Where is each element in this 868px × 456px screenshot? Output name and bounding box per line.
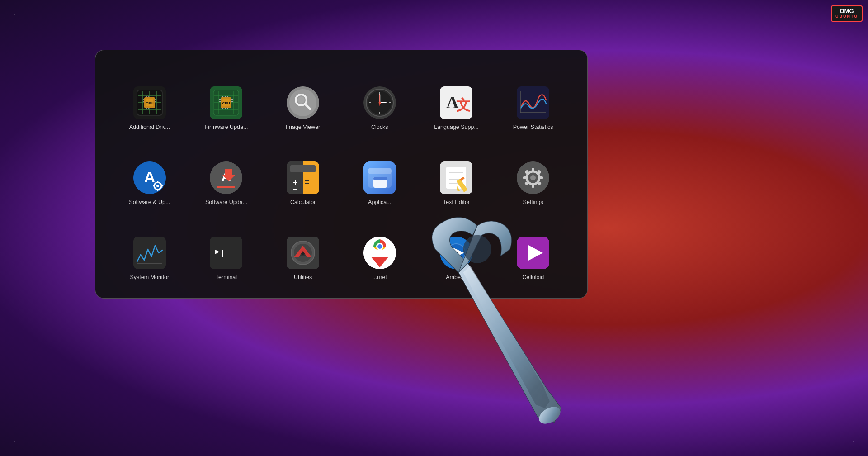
internet-icon xyxy=(363,237,396,269)
application-icon xyxy=(363,162,396,194)
utilities-label: Utilities xyxy=(294,274,312,281)
svg-text:▶: ▶ xyxy=(215,247,220,256)
app-image-viewer[interactable]: Image Viewer xyxy=(267,64,339,134)
svg-rect-11 xyxy=(143,99,144,100)
text-editor-icon xyxy=(440,162,472,194)
terminal-label: Terminal xyxy=(216,274,237,281)
system-monitor-icon xyxy=(133,237,166,269)
internet-label: ...rnet xyxy=(373,274,387,281)
ubuntu-text: UBUNTU xyxy=(835,14,858,19)
svg-rect-105 xyxy=(532,184,534,188)
additional-drivers-label: Additional Driv... xyxy=(129,124,170,131)
svg-point-103 xyxy=(530,175,536,180)
power-statistics-label: Power Statistics xyxy=(513,124,553,131)
app-firmware[interactable]: CPU Firmware Upda... xyxy=(190,64,263,134)
svg-text:=: = xyxy=(305,178,310,187)
svg-rect-22 xyxy=(151,108,151,109)
clocks-label: Clocks xyxy=(371,124,388,131)
app-clocks[interactable]: Clocks xyxy=(344,64,416,134)
image-viewer-label: Image Viewer xyxy=(286,124,320,131)
calculator-icon: + − = xyxy=(287,162,319,194)
svg-rect-40 xyxy=(222,96,223,97)
software-updates-icon: A xyxy=(133,162,166,194)
svg-point-72 xyxy=(156,185,159,187)
additional-drivers-icon: CPU xyxy=(133,86,166,119)
svg-text:−: − xyxy=(293,185,298,194)
svg-rect-17 xyxy=(146,96,147,97)
svg-rect-39 xyxy=(231,104,233,104)
svg-rect-89 xyxy=(368,168,392,174)
software-updater-icon: A xyxy=(210,162,242,194)
power-statistics-icon xyxy=(517,86,549,119)
svg-rect-45 xyxy=(227,108,228,109)
svg-rect-43 xyxy=(222,108,223,109)
svg-rect-91 xyxy=(373,177,387,180)
amberol-label: Amberol xyxy=(446,274,467,281)
svg-rect-12 xyxy=(143,101,144,102)
utilities-icon xyxy=(287,237,319,269)
svg-rect-19 xyxy=(151,96,151,97)
app-system-monitor[interactable]: System Monitor xyxy=(113,214,186,285)
app-calculator[interactable]: + − = Calculator xyxy=(267,139,339,209)
application-label: Applica... xyxy=(368,199,391,206)
settings-label: Settings xyxy=(523,199,543,206)
svg-rect-14 xyxy=(155,99,156,100)
svg-text:文: 文 xyxy=(456,97,471,113)
svg-point-49 xyxy=(297,96,305,104)
app-additional-drivers[interactable]: CPU Additional Driv... xyxy=(113,64,186,134)
software-updater-label: Software Upda... xyxy=(205,199,247,206)
svg-rect-34 xyxy=(219,99,221,100)
svg-point-127 xyxy=(377,244,382,249)
svg-rect-21 xyxy=(148,108,149,109)
app-power-statistics[interactable]: Power Statistics xyxy=(497,64,569,134)
language-support-label: Language Supp... xyxy=(434,124,479,131)
svg-rect-38 xyxy=(231,101,233,102)
app-internet[interactable]: ...rnet xyxy=(344,214,416,285)
svg-rect-65 xyxy=(517,86,549,119)
svg-rect-20 xyxy=(146,108,147,109)
omg-badge: OMG UBUNTU xyxy=(831,5,863,22)
firmware-label: Firmware Upda... xyxy=(205,124,248,131)
text-editor-label: Text Editor xyxy=(443,199,470,206)
celluloid-label: Celluloid xyxy=(522,274,544,281)
svg-rect-41 xyxy=(225,96,226,97)
svg-rect-44 xyxy=(225,108,226,109)
svg-text:CPU: CPU xyxy=(222,101,230,105)
settings-icon xyxy=(517,162,549,194)
system-monitor-label: System Monitor xyxy=(130,274,169,281)
app-language-support[interactable]: A 文 Language Supp... xyxy=(420,64,493,134)
app-application[interactable]: Applica... xyxy=(344,139,416,209)
svg-rect-128 xyxy=(368,254,392,257)
app-celluloid[interactable]: Celluloid xyxy=(497,214,569,285)
svg-text:CPU: CPU xyxy=(146,101,153,105)
svg-rect-106 xyxy=(523,176,527,179)
app-utilities[interactable]: Utilities xyxy=(267,214,339,285)
calculator-label: Calculator xyxy=(290,199,316,206)
svg-rect-35 xyxy=(219,101,221,102)
app-settings[interactable]: Settings xyxy=(497,139,569,209)
svg-rect-18 xyxy=(148,96,149,97)
svg-rect-115 xyxy=(210,237,242,269)
svg-rect-107 xyxy=(539,176,543,179)
app-panel: CPU Additional Driv... xyxy=(95,50,588,299)
terminal-icon: ▶ _ xyxy=(210,237,242,269)
firmware-icon: CPU xyxy=(210,86,242,119)
svg-text:_: _ xyxy=(215,257,219,263)
app-amberol[interactable]: Amberol xyxy=(420,214,493,285)
svg-rect-37 xyxy=(231,99,233,100)
clocks-icon xyxy=(363,86,396,119)
language-support-icon: A 文 xyxy=(440,86,472,119)
app-software-updates[interactable]: A Software & Up... xyxy=(113,139,186,209)
svg-point-61 xyxy=(378,101,381,104)
svg-rect-83 xyxy=(290,165,316,172)
app-text-editor[interactable]: Text Editor xyxy=(420,139,493,209)
svg-rect-36 xyxy=(219,104,221,104)
svg-rect-104 xyxy=(532,168,534,171)
amberol-icon xyxy=(440,237,472,269)
svg-rect-16 xyxy=(155,104,156,104)
app-software-updater[interactable]: A Software Upda... xyxy=(190,139,263,209)
app-terminal[interactable]: ▶ _ Terminal xyxy=(190,214,263,285)
celluloid-icon xyxy=(517,237,549,269)
omg-text: OMG xyxy=(835,8,858,14)
software-updates-label: Software & Up... xyxy=(129,199,170,206)
